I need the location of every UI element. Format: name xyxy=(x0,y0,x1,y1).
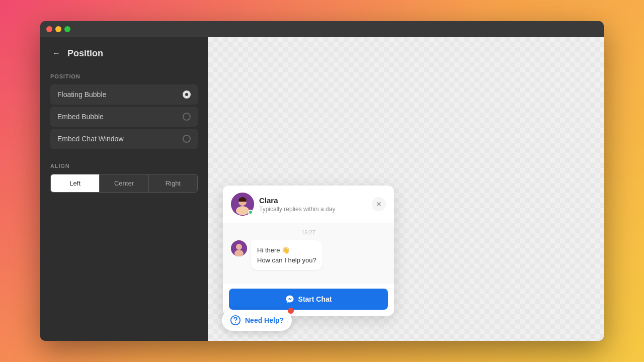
embed-chat-window-label: Embed Chat Window xyxy=(57,135,124,143)
need-help-bubble[interactable]: Need Help? xyxy=(222,310,292,331)
messenger-icon xyxy=(285,295,294,304)
message-bubble: Hi there 👋 How can I help you? xyxy=(251,240,323,270)
panel-title: Position xyxy=(67,48,103,59)
floating-bubble-option[interactable]: Floating Bubble xyxy=(50,84,198,105)
floating-bubble-radio xyxy=(183,90,191,99)
agent-name: Clara xyxy=(259,196,335,205)
traffic-lights xyxy=(46,26,70,32)
align-left-button[interactable]: Left xyxy=(51,174,99,192)
embed-bubble-label: Embed Bubble xyxy=(57,113,104,121)
floating-bubble-label: Floating Bubble xyxy=(57,90,106,99)
need-help-label: Need Help? xyxy=(245,316,284,324)
svg-point-5 xyxy=(236,244,242,250)
left-panel: ← Position POSITION Floating Bubble Embe… xyxy=(40,37,208,341)
align-right-button[interactable]: Right xyxy=(148,174,197,192)
svg-point-2 xyxy=(236,206,249,215)
panel-header: ← Position xyxy=(50,47,198,59)
start-chat-label: Start Chat xyxy=(298,295,332,303)
online-indicator xyxy=(248,210,253,215)
embed-chat-window-option[interactable]: Embed Chat Window xyxy=(50,129,198,149)
close-button[interactable] xyxy=(46,26,52,32)
help-icon xyxy=(230,315,241,326)
app-window: ← Position POSITION Floating Bubble Embe… xyxy=(40,21,604,341)
chat-header-left: Clara Typically replies within a day xyxy=(231,193,335,216)
message-line1: Hi there 👋 xyxy=(257,245,316,255)
chat-body: 16:27 Hi there 👋 How can I help you? xyxy=(223,223,394,284)
embed-bubble-radio xyxy=(183,113,191,121)
message-row: Hi there 👋 How can I help you? xyxy=(231,240,386,270)
window-body: ← Position POSITION Floating Bubble Embe… xyxy=(40,37,604,341)
right-panel: Clara Typically replies within a day ✕ 1… xyxy=(208,37,604,341)
chat-header: Clara Typically replies within a day ✕ xyxy=(223,186,394,223)
svg-point-8 xyxy=(235,322,236,323)
agent-avatar-container xyxy=(231,193,254,216)
message-line2: How can I help you? xyxy=(257,255,316,265)
align-section-label: ALIGN xyxy=(50,163,198,169)
align-buttons: Left Center Right xyxy=(50,174,198,193)
start-chat-button[interactable]: Start Chat xyxy=(229,289,388,310)
title-bar xyxy=(40,21,604,37)
chat-close-button[interactable]: ✕ xyxy=(372,197,386,211)
back-button[interactable]: ← xyxy=(50,47,62,59)
position-section-label: POSITION xyxy=(50,73,198,79)
message-avatar xyxy=(231,240,247,256)
message-timestamp: 16:27 xyxy=(231,229,386,235)
align-center-button[interactable]: Center xyxy=(99,174,148,192)
position-section: POSITION Floating Bubble Embed Bubble Em… xyxy=(50,73,198,149)
chat-window: Clara Typically replies within a day ✕ 1… xyxy=(223,186,394,316)
maximize-button[interactable] xyxy=(64,26,70,32)
embed-bubble-option[interactable]: Embed Bubble xyxy=(50,107,198,127)
minimize-button[interactable] xyxy=(55,26,61,32)
agent-status: Typically replies within a day xyxy=(259,206,335,213)
agent-info: Clara Typically replies within a day xyxy=(259,196,335,213)
notification-dot xyxy=(288,308,294,314)
align-section: ALIGN Left Center Right xyxy=(50,163,198,193)
embed-chat-window-radio xyxy=(183,135,191,143)
